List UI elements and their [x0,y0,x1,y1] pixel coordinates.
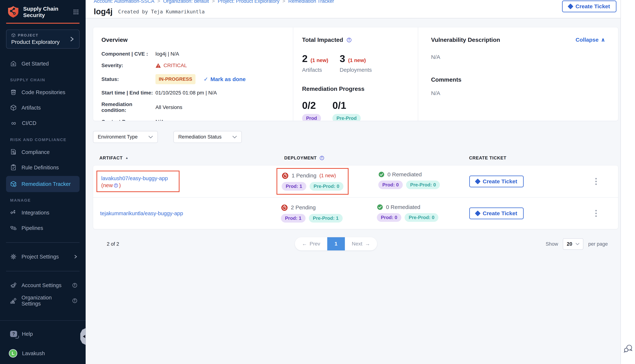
overview-card: Overview Component | CVE : log4j | N/A S… [93,27,618,121]
create-ticket-button[interactable]: Create Ticket [469,176,524,187]
remediated-group: 0 Remediated Prod: 0 Pre-Prod: 0 [377,201,439,222]
app-switcher-grid-icon[interactable] [73,8,79,16]
sidebar-item-integrations[interactable]: Integrations [0,208,86,218]
topbar: Account: Automation-SSCA > Organization:… [86,0,620,18]
sidebar-divider [6,242,80,243]
prod-count-badge: Prod: 1 [282,182,306,190]
page-title: log4j [94,7,113,16]
info-icon[interactable] [72,282,78,288]
overview-heading: Overview [101,36,285,43]
arrow-right-icon: → [365,241,370,247]
warning-triangle-icon [155,63,161,68]
sidebar-item-pipelines[interactable]: Pipelines [0,223,86,233]
preprod-count-badge: Pre-Prod: 0 [406,180,440,189]
brand-accent-bar [6,23,80,24]
sidebar-item-project-settings[interactable]: Project Settings [0,252,86,262]
sidebar-item-label: Help [22,331,33,337]
row-menu-kebab-icon[interactable] [594,209,598,218]
pager: ← Prev 1 Next → [295,237,377,250]
info-icon[interactable] [319,156,324,160]
sort-ascending-icon[interactable]: ▲ [125,156,129,160]
vulnerability-heading: Vulnerability Description [431,36,500,43]
row-menu-kebab-icon[interactable] [594,177,598,186]
prev-page-button[interactable]: ← Prev [295,237,327,250]
remediation-table: lavakush07/easy-buggy-app (new ) 1 Pendi… [93,165,618,229]
mark-as-done-button[interactable]: ✓ Mark as done [203,76,246,82]
deployments-count: 3 [340,53,345,64]
sidebar-item-label: Remediation Tracker [22,181,71,187]
remediated-check-icon [378,171,384,178]
info-icon[interactable] [72,298,78,304]
sidebar-item-account-settings[interactable]: Account Settings [0,280,86,290]
next-page-button[interactable]: Next → [345,237,377,250]
create-ticket-button[interactable]: Create Ticket [562,0,616,12]
sidebar-item-artifacts[interactable]: Artifacts [0,102,86,113]
project-label: PROJECT [18,33,38,38]
infinity-icon: ∞ [10,120,17,126]
per-page-label: per page [588,241,608,247]
sidebar: Supply Chain Security PROJECT Product Ex… [0,0,86,364]
remediation-status-filter[interactable]: Remediation Status [173,131,242,143]
sidebar-item-code-repositories[interactable]: Code Repositories [0,87,86,98]
remediated-count: 0 Remediated [386,204,420,210]
create-ticket-button[interactable]: Create Ticket [469,208,524,219]
pagination-row: 2 of 2 ← Prev 1 Next → Show 20 per page [93,237,618,251]
info-icon[interactable] [346,37,352,43]
preprod-progress-stat: 0/1 Pre-Prod [332,100,361,121]
chevron-right-icon [74,254,78,260]
sidebar-item-label: Compliance [22,149,50,155]
sidebar-item-label: Project Settings [22,254,59,260]
breadcrumb-account[interactable]: Account: Automation-SSCA [94,0,154,4]
sidebar-item-rule-definitions[interactable]: Rule Definitions [0,162,86,173]
breadcrumb-page[interactable]: Remediation Tracker [288,0,334,4]
sidebar-item-cicd[interactable]: ∞ CI/CD [0,118,86,128]
pending-new-count: (1 new) [319,173,336,178]
breadcrumb-project[interactable]: Project: Product Exploratory [218,0,280,4]
environment-type-filter[interactable]: Environment Type [93,131,158,143]
vulnerability-section: Vulnerability Description Collapse ∧ N/A… [418,27,618,121]
sidebar-item-help[interactable]: ? Help [0,329,86,339]
total-impacted-heading: Total Impacted [302,36,343,43]
prod-progress-stat: 0/2 Prod [302,100,321,121]
arrow-left-icon: ← [302,241,307,247]
pending-count: 2 Pending [291,204,316,210]
page-number-button[interactable]: 1 [327,237,345,250]
remediation-tracker-icon [10,181,17,187]
filters-row: Environment Type Remediation Status [93,131,618,143]
avatar: L [9,349,17,358]
check-icon: ✓ [203,76,208,82]
sidebar-item-user[interactable]: L Lavakush [0,348,86,358]
sidebar-item-remediation-tracker[interactable]: Remediation Tracker [6,176,80,192]
component-cve-label: Component | CVE : [101,51,155,57]
ticket-diamond-icon [475,210,481,216]
info-icon[interactable] [114,183,118,188]
artifact-link[interactable]: lavakush07/easy-buggy-app [101,174,175,182]
collapse-button[interactable]: Collapse ∧ [576,36,605,43]
project-selector[interactable]: PROJECT Product Exploratory [6,30,80,48]
artifact-link[interactable]: tejakummarikuntla/easy-buggy-app [100,209,278,218]
ticket-diamond-icon [475,178,481,184]
user-name: Lavakush [22,350,45,356]
sidebar-item-compliance[interactable]: Compliance [0,147,86,157]
support-chat-icon[interactable] [623,344,633,354]
breadcrumb: Account: Automation-SSCA > Organization:… [94,0,620,4]
contact-value: N/A [155,119,285,121]
breadcrumb-organization[interactable]: Organization: default [163,0,209,4]
chevron-down-icon [575,243,579,245]
remediated-group: 0 Remediated Prod: 0 Pre-Prod: 0 [378,168,440,189]
total-impacted-section: Total Impacted 2 (1 new) Artifacts 3 [293,27,418,121]
annotation-box-deployment: 1 Pending (1 new) Prod: 1 Pre-Prod: 0 [277,168,349,195]
prod-count-badge: Prod: 1 [281,214,306,222]
project-name: Product Exploratory [11,39,60,45]
document-search-icon [10,149,17,156]
status-badge: IN-PROGRESS [155,74,195,84]
artifact-new-flag: (new [101,182,113,188]
overview-section: Overview Component | CVE : log4j | N/A S… [93,27,293,121]
section-supply-chain: SUPPLY CHAIN [0,78,86,82]
per-page-select[interactable]: 20 [563,238,583,250]
sidebar-item-get-started[interactable]: Get Started [0,58,86,69]
pending-count: 1 Pending [292,172,316,179]
column-header-artifact[interactable]: ARTIFACT ▲ [99,156,284,160]
sidebar-item-organization-settings[interactable]: Organization Settings [0,296,86,306]
code-repository-icon [10,89,17,96]
